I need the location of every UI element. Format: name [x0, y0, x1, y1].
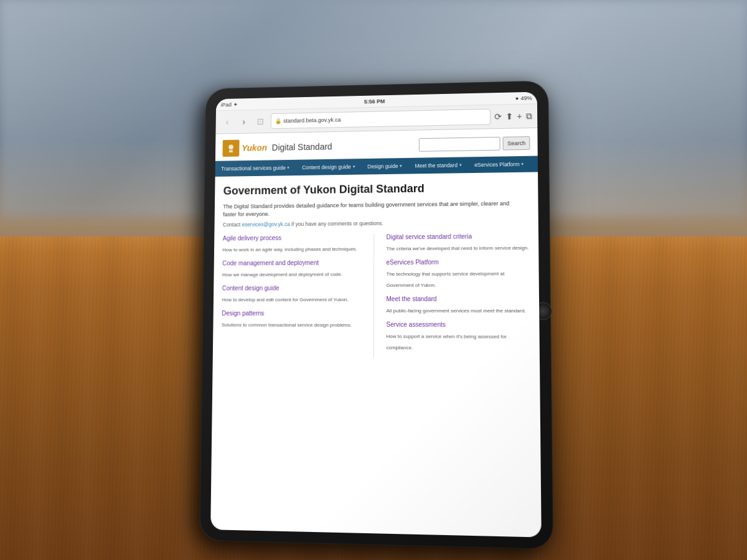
main-content: Government of Yukon Digital Standard The… — [213, 172, 540, 367]
link-design-patterns: Design patterns Solutions to common tran… — [222, 310, 361, 329]
left-column: Agile delivery process How to work in an… — [221, 234, 361, 358]
link-meet-standard-title[interactable]: Meet the standard — [387, 295, 530, 302]
contact-line: Contact eservices@gov.yk.ca if you have … — [223, 218, 530, 227]
nav-item-eservices[interactable]: eServices Platform ▾ — [468, 156, 530, 173]
link-design-patterns-title[interactable]: Design patterns — [222, 310, 360, 317]
link-content-design: Content design guide How to develop and … — [222, 284, 360, 304]
address-bar[interactable]: 🔒 standard.beta.gov.yk.ca — [271, 109, 491, 129]
yukon-logo: Yukon — [222, 139, 267, 157]
nav-arrow-0: ▾ — [288, 166, 290, 170]
link-meet-standard-desc: All public-facing government services mu… — [386, 308, 525, 314]
refresh-button[interactable]: ⟳ — [494, 111, 502, 121]
lock-icon: 🔒 — [275, 118, 282, 124]
nav-arrow-3: ▾ — [459, 162, 462, 167]
contact-email[interactable]: eservices@gov.yk.ca — [242, 221, 290, 227]
link-code-title[interactable]: Code management and deployment — [222, 259, 361, 266]
link-eservices-title[interactable]: eServices Platform — [387, 258, 530, 266]
status-right: ● 49% — [515, 95, 532, 101]
nav-arrow-1: ▾ — [353, 164, 355, 169]
link-digital-criteria: Digital service standard criteria The cr… — [387, 232, 530, 253]
header-search: Search — [419, 136, 530, 152]
yukon-emblem — [222, 140, 239, 157]
yukon-wordmark: Yukon — [242, 143, 267, 153]
link-design-patterns-desc: Solutions to common transactional servic… — [222, 322, 352, 327]
ipad-label: iPad ✦ — [221, 101, 238, 108]
link-digital-criteria-desc: The criteria we've developed that need t… — [387, 245, 529, 251]
back-button[interactable]: ‹ — [220, 115, 233, 128]
wifi-icon: ● — [515, 95, 519, 101]
nav-arrow-2: ▾ — [400, 164, 402, 169]
link-content-design-desc: How to develop and edit content for Gove… — [222, 297, 348, 302]
link-digital-criteria-title[interactable]: Digital service standard criteria — [387, 232, 530, 240]
link-eservices: eServices Platform The technology that s… — [387, 258, 530, 289]
page-title: Government of Yukon Digital Standard — [223, 181, 529, 198]
bookmarks-button[interactable]: ⊡ — [254, 114, 267, 128]
link-service-assessments-title[interactable]: Service assessments — [386, 321, 530, 328]
link-agile-title[interactable]: Agile delivery process — [223, 234, 361, 242]
site-title: Digital Standard — [272, 142, 332, 152]
battery-level: 49% — [520, 95, 532, 101]
svg-rect-2 — [229, 150, 233, 152]
status-left: iPad ✦ — [221, 101, 238, 108]
nav-item-design[interactable]: Design guide ▾ — [361, 158, 408, 175]
nav-arrow-4: ▾ — [522, 162, 524, 167]
ipad-screen: iPad ✦ 5:56 PM ● 49% ‹ › ⊡ 🔒 — [210, 92, 542, 538]
link-eservices-desc: The technology that supports service dev… — [387, 271, 505, 288]
ipad-container: iPad ✦ 5:56 PM ● 49% ‹ › ⊡ 🔒 — [199, 80, 553, 549]
website-content: Yukon Digital Standard Search Transactio… — [210, 128, 541, 525]
forward-button[interactable]: › — [237, 115, 250, 129]
link-service-assessments: Service assessments How to support a ser… — [386, 321, 530, 352]
link-meet-standard: Meet the standard All public-facing gove… — [386, 295, 530, 314]
status-time: 5:56 PM — [364, 98, 385, 104]
browser-actions: ⟳ ⬆ + ⧉ — [494, 111, 532, 122]
ipad-shell: iPad ✦ 5:56 PM ● 49% ‹ › ⊡ 🔒 — [199, 80, 553, 549]
nav-item-meet[interactable]: Meet the standard ▾ — [408, 157, 468, 174]
page-description: The Digital Standard provides detailed g… — [223, 199, 519, 219]
column-divider — [373, 233, 374, 357]
link-content-design-title[interactable]: Content design guide — [222, 284, 361, 291]
right-column: Digital service standard criteria The cr… — [386, 232, 530, 358]
url-text: standard.beta.gov.yk.ca — [283, 117, 341, 124]
link-code: Code management and deployment How we ma… — [222, 259, 361, 279]
tabs-button[interactable]: ⧉ — [526, 111, 532, 121]
nav-item-transactional[interactable]: Transactional services guide ▾ — [215, 160, 296, 177]
content-columns: Agile delivery process How to work in an… — [221, 232, 530, 358]
scene: iPad ✦ 5:56 PM ● 49% ‹ › ⊡ 🔒 — [0, 0, 747, 560]
search-input[interactable] — [419, 137, 500, 152]
link-agile-desc: How to work in an agile way, including p… — [222, 246, 357, 252]
link-agile: Agile delivery process How to work in an… — [222, 234, 360, 254]
new-tab-button[interactable]: + — [517, 111, 522, 121]
share-button[interactable]: ⬆ — [505, 111, 513, 121]
link-service-assessments-desc: How to support a service when it's being… — [386, 334, 507, 350]
nav-item-content[interactable]: Content design guide ▾ — [296, 159, 361, 175]
search-button[interactable]: Search — [503, 136, 530, 151]
link-code-desc: How we manage development and deployment… — [222, 271, 342, 278]
